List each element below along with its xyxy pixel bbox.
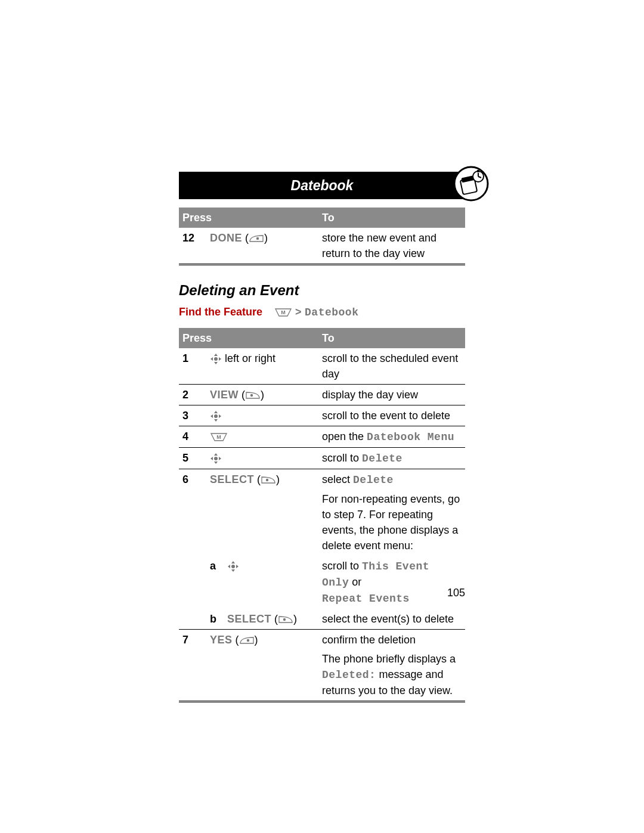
find-path: M > Datebook xyxy=(274,306,358,318)
svg-marker-23 xyxy=(228,565,230,568)
press-cell: a xyxy=(206,556,318,609)
find-target: Datebook xyxy=(305,306,358,318)
table-row: 12 DONE () store the new event and retur… xyxy=(179,228,465,265)
svg-marker-12 xyxy=(219,414,221,418)
step-number: 12 xyxy=(179,228,206,265)
softkey-label: DONE xyxy=(210,232,242,244)
press-cell: YES () xyxy=(206,630,318,702)
softkey-label: SELECT xyxy=(227,613,271,625)
to-text: The phone briefly displays a xyxy=(322,653,456,665)
to-cell: select the event(s) to delete xyxy=(318,609,465,630)
find-the-feature-row: Find the Feature M > Datebook xyxy=(179,306,465,318)
to-text: select xyxy=(322,473,353,485)
table-row: 6 SELECT () select Delete For non-repeat… xyxy=(179,469,465,556)
svg-marker-3 xyxy=(214,354,218,356)
col-to: To xyxy=(318,208,465,228)
nav-4way-icon xyxy=(210,410,222,422)
svg-rect-31 xyxy=(477,170,479,172)
menu-key-icon: M xyxy=(210,432,228,442)
nav-4way-icon xyxy=(210,453,222,465)
step-number: 5 xyxy=(179,448,206,469)
left-softkey-icon: () xyxy=(245,232,268,244)
svg-point-7 xyxy=(250,394,253,397)
table-row: 4 M open the Datebook Menu xyxy=(179,426,465,448)
to-cell: display the day view xyxy=(318,385,465,405)
press-cell xyxy=(206,448,318,469)
to-text: scroll to xyxy=(322,560,362,572)
table-row: 1 left or right scroll to the scheduled … xyxy=(179,348,465,385)
content-column: Datebook Press To 12 DONE () xyxy=(179,172,465,702)
svg-marker-11 xyxy=(210,414,213,418)
press-cell: DONE () xyxy=(206,228,318,265)
section-header-title: Datebook xyxy=(291,178,354,193)
datebook-icon xyxy=(453,166,489,204)
to-cell: scroll to Delete xyxy=(318,448,465,469)
svg-marker-15 xyxy=(214,453,218,456)
to-menutext: Deleted: xyxy=(322,669,376,681)
table-row-sub: b SELECT () select the event(s) to delet… xyxy=(179,609,465,630)
nav-4way-icon xyxy=(210,353,222,365)
svg-point-26 xyxy=(246,639,249,642)
svg-text:M: M xyxy=(216,434,221,440)
to-paragraph: The phone briefly displays a Deleted: me… xyxy=(322,651,462,698)
svg-point-14 xyxy=(214,457,218,460)
table-row: 3 scroll to the event to delete xyxy=(179,405,465,426)
to-menutext: Delete xyxy=(362,453,402,465)
find-label: Find the Feature xyxy=(179,306,262,318)
table-row: 7 YES () confirm the deletion The phone … xyxy=(179,630,465,702)
to-line: confirm the deletion xyxy=(322,632,462,648)
right-softkey-icon: () xyxy=(274,613,297,625)
svg-marker-21 xyxy=(231,561,235,563)
menu-key-icon: M xyxy=(274,308,292,317)
svg-point-25 xyxy=(283,618,286,621)
substep-letter: a xyxy=(210,558,224,574)
to-cell: scroll to This Event Only or Repeat Even… xyxy=(318,556,465,609)
step-number: 7 xyxy=(179,630,206,702)
nav-4way-icon xyxy=(227,561,239,572)
softkey-label: VIEW xyxy=(210,389,239,401)
page-number: 105 xyxy=(447,587,465,599)
step-number: 1 xyxy=(179,348,206,385)
to-paragraph: For non-repeating events, go to step 7. … xyxy=(322,491,462,553)
press-cell: left or right xyxy=(206,348,318,385)
col-press: Press xyxy=(179,328,318,348)
col-to: To xyxy=(318,328,465,348)
step-number: 3 xyxy=(179,405,206,426)
svg-marker-5 xyxy=(210,357,213,361)
to-cell: scroll to the scheduled event day xyxy=(318,348,465,385)
svg-marker-16 xyxy=(214,462,218,464)
softkey-label: SELECT xyxy=(210,473,254,485)
right-softkey-icon: () xyxy=(257,473,280,485)
step-number: 4 xyxy=(179,426,206,448)
svg-point-20 xyxy=(231,565,235,568)
svg-marker-10 xyxy=(214,419,218,422)
to-cell: store the new event and return to the da… xyxy=(318,228,465,265)
press-cell: VIEW () xyxy=(206,385,318,405)
right-softkey-icon: () xyxy=(242,389,264,401)
svg-marker-18 xyxy=(219,457,221,460)
press-suffix: left or right xyxy=(225,352,275,364)
table-row: 2 VIEW () display the day view xyxy=(179,385,465,405)
table-row: 5 scroll to Delete xyxy=(179,448,465,469)
press-cell xyxy=(206,405,318,426)
to-menutext: Delete xyxy=(353,474,394,486)
find-arrow: > xyxy=(295,306,302,318)
section-header-bar: Datebook xyxy=(179,172,465,199)
col-press: Press xyxy=(179,208,318,228)
press-cell: SELECT () xyxy=(206,469,318,556)
to-text: or xyxy=(349,576,361,588)
table-row-sub: a scroll to This Event Only or Repeat Ev… xyxy=(179,556,465,609)
press-cell: M xyxy=(206,426,318,448)
to-cell: confirm the deletion The phone briefly d… xyxy=(318,630,465,702)
to-cell: open the Datebook Menu xyxy=(318,426,465,448)
svg-marker-17 xyxy=(210,457,213,460)
press-to-table-2: Press To 1 left or right scroll to the s… xyxy=(179,328,465,702)
substep-letter: b xyxy=(210,611,224,627)
to-cell: scroll to the event to delete xyxy=(318,405,465,426)
subsection-heading: Deleting an Event xyxy=(179,282,465,299)
svg-marker-24 xyxy=(236,565,239,568)
step-number: 6 xyxy=(179,469,206,556)
svg-text:M: M xyxy=(281,309,286,315)
svg-point-8 xyxy=(214,414,218,418)
to-text: scroll to xyxy=(322,452,362,464)
